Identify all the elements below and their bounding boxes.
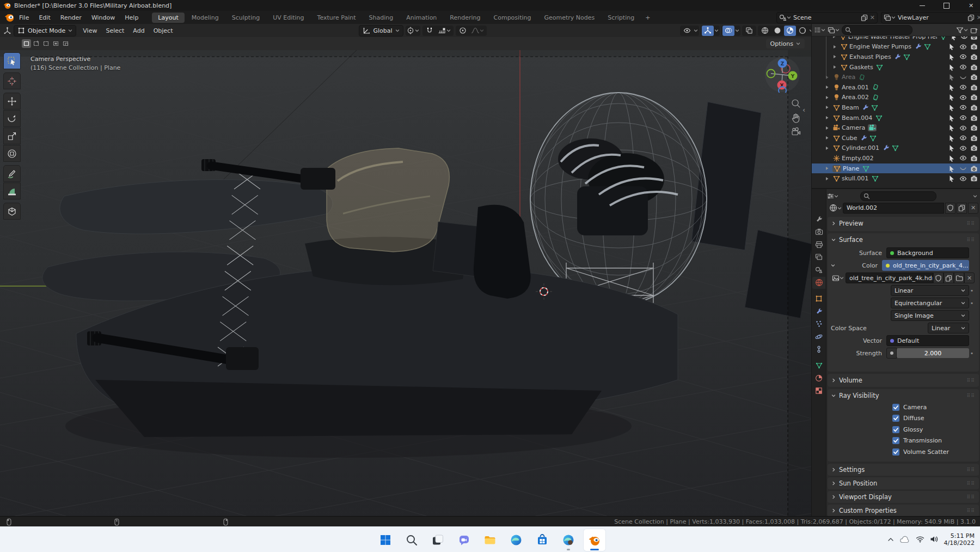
workspace-tab-layout[interactable]: Layout xyxy=(152,13,184,23)
vector-field[interactable]: Default xyxy=(886,335,969,346)
checkbox-checked-icon[interactable] xyxy=(892,404,899,411)
selectable-toggle-icon[interactable] xyxy=(947,104,957,111)
disable-render-camera-icon[interactable] xyxy=(969,84,978,91)
outliner-row-beam[interactable]: Beam xyxy=(812,102,980,113)
options-button[interactable]: Options xyxy=(766,39,805,48)
selectable-toggle-icon[interactable] xyxy=(947,155,957,162)
menu-help[interactable]: Help xyxy=(120,13,143,23)
disable-render-camera-icon[interactable] xyxy=(969,114,978,122)
expand-arrow-icon[interactable] xyxy=(823,166,831,171)
color-space-dropdown[interactable]: Linear xyxy=(928,323,969,333)
outliner-row-cube[interactable]: Cube xyxy=(812,133,980,143)
checkbox-checked-icon[interactable] xyxy=(892,437,899,444)
wifi-icon[interactable] xyxy=(916,536,924,543)
show-gizmos-toggle[interactable] xyxy=(702,26,714,36)
new-collection-button[interactable] xyxy=(970,27,978,34)
volume-icon[interactable] xyxy=(930,536,939,543)
blender-menu-icon[interactable] xyxy=(4,13,14,22)
ray-visibility-volume-scatter[interactable]: Volume Scatter xyxy=(828,446,979,458)
minimize-button[interactable] xyxy=(910,0,934,11)
shading-rendered-button[interactable] xyxy=(797,26,808,36)
workspace-tab-shading[interactable]: Shading xyxy=(363,13,400,23)
properties-search-input[interactable] xyxy=(860,191,936,201)
outliner-row-camera[interactable]: Camera xyxy=(812,123,980,133)
hide-viewport-eye-icon[interactable] xyxy=(958,44,967,50)
view-layer-browse-icon[interactable] xyxy=(884,14,896,21)
panel-custom-properties[interactable]: Custom Properties⠿⠿ xyxy=(828,505,979,517)
tool-measure[interactable] xyxy=(3,183,21,199)
properties-tab-physics[interactable] xyxy=(812,331,825,343)
disable-render-camera-icon[interactable] xyxy=(970,37,978,40)
proportional-editing-toggle[interactable] xyxy=(457,26,469,36)
outliner-row-plane[interactable]: Plane xyxy=(812,163,980,174)
taskbar-chat-button[interactable] xyxy=(453,529,475,551)
viewport-menu-add[interactable]: Add xyxy=(128,26,149,36)
hide-viewport-eye-icon[interactable] xyxy=(958,104,967,111)
strength-socket-button[interactable] xyxy=(886,348,897,359)
selectable-toggle-icon[interactable] xyxy=(947,135,957,142)
onedrive-icon[interactable] xyxy=(899,536,910,543)
add-workspace-button[interactable]: + xyxy=(641,13,654,23)
shading-wireframe-button[interactable] xyxy=(759,26,771,36)
projection-dropdown[interactable]: Equirectangular xyxy=(891,298,969,308)
hide-viewport-eye-icon[interactable] xyxy=(958,175,967,182)
panel-surface-header[interactable]: Surface⠿⠿ xyxy=(828,233,979,246)
selectable-toggle-icon[interactable] xyxy=(947,114,957,122)
open-image-folder-icon[interactable] xyxy=(954,272,964,283)
select-mode-set[interactable] xyxy=(22,39,31,48)
filter-funnel-icon[interactable] xyxy=(956,27,968,34)
expand-arrow-icon[interactable] xyxy=(823,176,831,181)
interpolation-dropdown[interactable]: Linear xyxy=(891,285,969,296)
expand-arrow-icon[interactable] xyxy=(823,145,831,151)
disable-render-camera-icon[interactable] xyxy=(969,165,978,172)
outliner-row-area[interactable]: Area xyxy=(812,72,980,82)
expand-arrow-icon[interactable] xyxy=(823,125,831,131)
expand-arrow-icon[interactable] xyxy=(831,54,838,59)
properties-tab-view-layer[interactable] xyxy=(812,251,825,263)
outliner-search-input[interactable] xyxy=(842,25,912,35)
menu-window[interactable]: Window xyxy=(87,13,120,23)
pan-hand-icon[interactable] xyxy=(791,113,801,125)
taskbar-store-button[interactable] xyxy=(531,529,553,551)
ray-visibility-camera[interactable]: Camera xyxy=(828,402,979,413)
workspace-tab-animation[interactable]: Animation xyxy=(400,13,443,23)
expand-arrow-icon[interactable] xyxy=(823,115,831,120)
menu-file[interactable]: File xyxy=(14,13,34,23)
remove-view-layer-icon[interactable]: ✕ xyxy=(977,14,980,21)
image-name-field[interactable]: old_tree_in_city_park_4k.hdr xyxy=(846,272,933,283)
taskbar-edge-button[interactable] xyxy=(505,529,527,551)
expand-arrow-icon[interactable] xyxy=(823,95,831,100)
properties-tab-object[interactable] xyxy=(812,293,825,305)
expand-arrow-icon[interactable] xyxy=(831,44,838,50)
outliner-row-engine-water-heater-prop-heads[interactable]: Engine Water Heater Prop Heads xyxy=(812,37,980,42)
taskbar-blender-button[interactable] xyxy=(584,529,605,551)
workspace-tab-modeling[interactable]: Modeling xyxy=(186,13,225,23)
disable-render-camera-icon[interactable] xyxy=(969,135,978,142)
outliner-row-area-001[interactable]: Area.001 xyxy=(812,82,980,93)
selectable-toggle-icon[interactable] xyxy=(947,53,957,60)
hide-viewport-eye-icon[interactable] xyxy=(958,53,967,60)
outliner-row-area-002[interactable]: Area.002 xyxy=(812,93,980,103)
show-overlays-toggle[interactable] xyxy=(722,26,734,36)
selectable-toggle-icon[interactable] xyxy=(950,37,958,40)
expand-arrow-icon[interactable] xyxy=(823,135,831,141)
maximize-button[interactable] xyxy=(934,0,959,11)
outliner-row-empty-002[interactable]: Empty.002 xyxy=(812,153,980,163)
toggle-xray-button[interactable] xyxy=(743,26,755,36)
viewport-menu-select[interactable]: Select xyxy=(101,26,128,36)
outliner-row-skull-001[interactable]: skull.001 xyxy=(812,173,980,184)
workspace-tab-rendering[interactable]: Rendering xyxy=(444,13,486,23)
properties-tab-world[interactable] xyxy=(812,277,825,289)
world-name-field[interactable]: World.002 xyxy=(843,203,944,214)
panel-volume[interactable]: Volume⠿⠿ xyxy=(828,374,979,387)
zoom-icon[interactable] xyxy=(791,98,801,111)
tray-expand-icon[interactable] xyxy=(887,537,894,542)
properties-tab-texture[interactable] xyxy=(812,385,825,397)
selectable-toggle-icon[interactable] xyxy=(947,165,957,172)
new-world-copy-icon[interactable] xyxy=(957,203,967,214)
hide-viewport-eye-icon[interactable] xyxy=(958,125,967,131)
selectable-toggle-icon[interactable] xyxy=(947,84,957,91)
selectable-toggle-icon[interactable] xyxy=(947,175,957,182)
panel-viewport-display[interactable]: Viewport Display⠿⠿ xyxy=(828,491,979,503)
surface-shader-field[interactable]: Background xyxy=(886,247,969,258)
